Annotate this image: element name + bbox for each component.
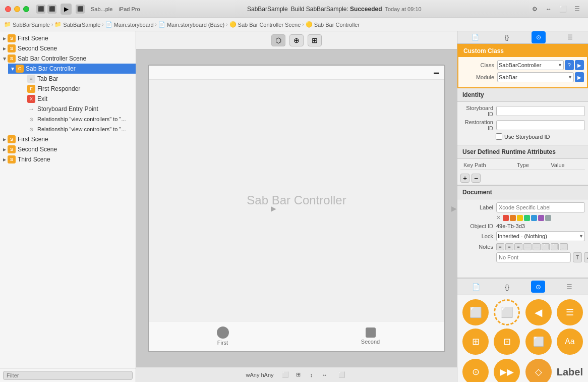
class-select[interactable]: SabBarController ▼ — [497, 60, 564, 70]
object-circle-1[interactable]: ⬜ — [494, 299, 520, 325]
sidebar-item-storyboard-entry[interactable]: → Storyboard Entry Point — [16, 104, 136, 114]
color-dot-red[interactable] — [503, 215, 509, 221]
sidebar-item-sab-bar-controller[interactable]: ▶ C Sab Bar Controller — [8, 64, 136, 74]
sidebar-item-first-scene[interactable]: ▶ S First Scene — [0, 33, 136, 43]
color-dot-green[interactable] — [524, 215, 530, 221]
sidebar-item-second-scene-2[interactable]: ▶ S Second Scene — [0, 144, 136, 154]
label-input[interactable] — [496, 202, 585, 212]
object-circle-2[interactable]: ◀ — [525, 299, 552, 325]
bottom-icon-4[interactable]: ⬜ — [336, 370, 347, 379]
sidebar-filter-input[interactable] — [3, 371, 133, 380]
object-grid: ⬜ ⬜ ◀ ☰ ⊞ — [457, 295, 588, 359]
bottom-icon-1[interactable]: ⊞ — [293, 370, 304, 379]
breadcrumb-item-3[interactable]: 📄 Main.storyboard (Base) — [158, 21, 224, 28]
object-circle-0[interactable]: ⬜ — [462, 299, 489, 325]
stop-button[interactable]: ⬛ — [76, 5, 85, 14]
object-circle-7[interactable]: Aa — [557, 329, 583, 355]
color-dot-gray[interactable] — [545, 215, 551, 221]
sidebar-item-relationship-2[interactable]: ⊙ Relationship "view controllers" to "..… — [16, 124, 136, 134]
use-storyboard-checkbox[interactable] — [496, 133, 502, 140]
back-button[interactable]: ⬛ — [36, 5, 45, 14]
layout-toggle[interactable]: ⬜ — [557, 3, 569, 15]
label-field-row: Label — [460, 202, 585, 212]
bottom-icon-2[interactable]: ↕ — [306, 370, 317, 379]
restoration-id-input[interactable] — [496, 120, 585, 130]
fullscreen-button[interactable] — [23, 6, 29, 12]
breadcrumb-item-2[interactable]: 📄 Main.storyboard — [105, 21, 154, 28]
notes-icon-7[interactable]: … — [560, 243, 568, 250]
notes-icon-4[interactable]: — — [533, 243, 541, 250]
forward-button[interactable]: ⬛ — [47, 5, 56, 14]
font-up-button[interactable]: ▲ — [584, 252, 588, 262]
object-label-item[interactable]: Label — [557, 359, 583, 382]
navigator-toggle[interactable]: ⚙ — [528, 3, 541, 15]
font-input[interactable] — [496, 252, 571, 262]
notes-icon-0[interactable]: ≡ — [496, 243, 504, 250]
module-select[interactable]: SabBar ▼ — [497, 72, 574, 82]
notes-icon-3[interactable]: — — [523, 243, 532, 250]
canvas-tool-0[interactable]: ⬡ — [271, 34, 285, 46]
sidebar-item-first-scene-2[interactable]: ▶ S First Scene — [0, 134, 136, 144]
sidebar-item-third-scene[interactable]: ▶ S Third Scene — [0, 154, 136, 165]
right-tab-attrs[interactable]: ☰ — [563, 31, 577, 43]
object-icon-10: ◇ — [535, 366, 542, 377]
obj-tab-quick[interactable]: {} — [500, 281, 514, 293]
right-tab-quick[interactable]: {} — [500, 31, 514, 43]
runtime-table: Key Path Type Value — [460, 161, 585, 170]
object-item-0: ⬜ — [461, 299, 490, 325]
color-dot-orange[interactable] — [510, 215, 516, 221]
notes-icon-1[interactable]: ≡ — [505, 243, 513, 250]
object-circle-5[interactable]: ⊡ — [494, 329, 520, 355]
close-button[interactable] — [5, 6, 11, 12]
sidebar-item-tab-bar[interactable]: ≡ Tab Bar — [16, 74, 136, 84]
notes-icon-5[interactable]: ⬜ — [542, 243, 550, 250]
canvas-tool-2[interactable]: ⊞ — [308, 34, 322, 46]
device-statusbar: ▬ — [149, 66, 444, 80]
color-dot-yellow[interactable] — [517, 215, 523, 221]
minimize-button[interactable] — [14, 6, 20, 12]
sidebar-item-second-scene[interactable]: ▶ S Second Scene — [0, 43, 136, 53]
object-circle-8[interactable]: ⊙ — [462, 359, 489, 382]
obj-tab-identity[interactable]: ⊙ — [531, 281, 545, 293]
color-dot-blue[interactable] — [531, 215, 537, 221]
x-mark[interactable]: ✕ — [496, 214, 501, 221]
breadcrumb-item-0[interactable]: 📁 SabBarSample — [4, 21, 50, 28]
notes-icon-2[interactable]: ≡ — [514, 243, 522, 250]
scene-icon: S — [8, 135, 16, 143]
object-circle-3[interactable]: ☰ — [557, 299, 583, 325]
sidebar-item-first-responder[interactable]: F First Responder — [16, 84, 136, 94]
sidebar-item-relationship-1[interactable]: ⊙ Relationship "view controllers" to "..… — [16, 114, 136, 124]
bottom-icon-0[interactable]: ⬜ — [280, 370, 291, 379]
object-circle-4[interactable]: ⊞ — [462, 329, 489, 355]
bottom-icon-3[interactable]: ↔ — [319, 370, 330, 379]
sidebar-item-sab-bar-controller-scene[interactable]: ▶ S Sab Bar Controller Scene — [0, 53, 136, 64]
canvas-tool-1[interactable]: ⊕ — [289, 34, 304, 46]
breadcrumb-item-5[interactable]: 🟡 Sab Bar Controller — [306, 21, 360, 28]
expand-icon: ▶ — [3, 147, 6, 152]
font-type-button[interactable]: T — [573, 252, 582, 262]
assistant-toggle[interactable]: ↔ — [543, 3, 555, 15]
breadcrumb-item-4[interactable]: 🟡 Sab Bar Controller Scene — [229, 21, 301, 28]
module-action-button[interactable]: ▶ — [575, 72, 584, 82]
right-tab-file[interactable]: 📄 — [468, 31, 482, 43]
sidebar-item-exit[interactable]: X Exit — [16, 94, 136, 104]
color-dot-purple[interactable] — [538, 215, 544, 221]
object-circle-9[interactable]: ▶▶ — [494, 359, 520, 382]
add-attr-button[interactable]: + — [460, 174, 469, 183]
breadcrumb-item-1[interactable]: 📁 SabBarSample — [54, 21, 100, 28]
object-circle-6[interactable]: ⬜ — [525, 329, 552, 355]
object-icon-8: ⊙ — [472, 366, 480, 377]
run-button[interactable]: ▶ — [61, 4, 72, 15]
class-action-button[interactable]: ▶ — [575, 60, 584, 70]
class-help-button[interactable]: ? — [565, 60, 574, 70]
right-tab-identity[interactable]: ⊙ — [532, 31, 546, 43]
obj-tab-list[interactable]: ☰ — [562, 281, 576, 293]
remove-attr-button[interactable]: − — [472, 174, 481, 183]
inspector-toggle[interactable]: ☰ — [571, 3, 583, 15]
lock-select[interactable]: Inherited - (Nothing) ▼ — [496, 231, 585, 241]
storyboard-id-input[interactable] — [496, 106, 585, 116]
tab-label-first: First — [217, 340, 228, 346]
notes-icon-6[interactable]: ⬜ — [551, 243, 559, 250]
object-circle-10[interactable]: ◇ — [525, 359, 552, 382]
obj-tab-file[interactable]: 📄 — [469, 281, 483, 293]
